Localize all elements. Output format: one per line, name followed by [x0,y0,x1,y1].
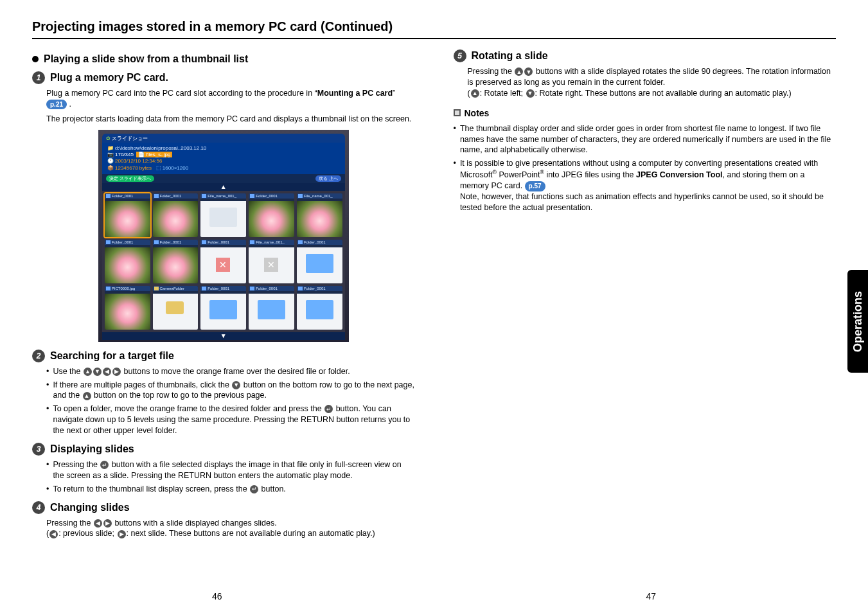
step2-bullet1: Use the ▲▼◀▶ buttons to move the orange … [46,366,415,377]
ss-left-pill: 決定 スライド表示へ [106,175,154,182]
thumb: File_name_001_ [200,193,246,237]
step1-heading: 1 Plug a memory PC card. [32,71,415,84]
page-number-right: 47 [434,591,869,601]
note1: The thumbnail display order and slide or… [454,123,837,156]
bullet-dot-icon [32,56,39,62]
notes-title: Notes [465,108,490,118]
step1-body1: Plug a memory PC card into the PC card s… [46,88,415,110]
step4-heading: 4 Changing slides [32,501,415,514]
up-icon: ▲ [84,368,92,376]
ss-bar: 決定 スライド表示へ 戻る 上へ [102,174,345,183]
thumb: File_name_001_✕ [249,240,294,283]
right-column: 5 Rotating a slide Pressing the ▲▼ butto… [454,49,837,543]
ss-info-panel: 📁 d:\Ideshow\dealon\proposal..2003.12.10… [102,143,345,175]
right-icon: ▶ [118,530,126,538]
page-title: Projecting images stored in a memory PC … [32,19,836,39]
thumb: Folder_0001 [249,193,294,237]
thumb: Folder_0001 [249,286,294,330]
step2-bullet3: To open a folder, move the orange frame … [46,404,415,436]
left-icon: ◀ [49,530,58,538]
enter-icon: ↵ [250,485,258,493]
thumbnail-screenshot: ✿ スライドショー 📁 d:\Ideshow\dealon\proposal..… [98,130,349,342]
notes-heading: Notes [454,108,837,118]
page-ref-p57[interactable]: p.57 [525,181,545,191]
step3-title: Displaying slides [50,443,134,455]
thumb: Folder_0001 [297,240,342,283]
section-heading-playing: Playing a slide show from a thumbnail li… [32,53,415,65]
ss-window-title: ✿ スライドショー [102,134,345,143]
page-numbers: 46 47 [0,591,868,601]
step4-body: Pressing the ◀▶ buttons with a slide dis… [46,518,415,540]
step2-number-icon: 2 [32,350,45,362]
step1-title: Plug a memory PC card. [50,72,168,84]
thumb: CameraFolder [153,286,199,330]
thumb: PICT0000.jpg [105,286,150,330]
step3-number-icon: 3 [32,443,45,456]
page-ref-p21[interactable]: p.21 [46,100,67,110]
thumb: Folder_0001 [200,286,246,330]
step3-bullet2: To return to the thumbnail list display … [46,484,415,495]
down-icon: ▼ [93,368,102,376]
up-icon: ▲ [83,392,91,400]
left-icon: ◀ [103,368,111,376]
right-icon: ▶ [103,519,112,528]
step1-body2: The projector starts loading data from t… [46,114,415,125]
thumb-selected: Folder_0001 [105,193,150,237]
notes-square-icon [454,109,461,116]
side-tab-operations: Operations [847,270,868,373]
step5-number-icon: 5 [454,49,466,62]
ss-right-pill: 戻る 上へ [315,175,341,182]
section-heading-text: Playing a slide show from a thumbnail li… [44,53,248,65]
right-icon: ▶ [112,368,121,376]
thumb: File_name_001_ [297,193,342,237]
left-column: Playing a slide show from a thumbnail li… [32,49,415,543]
ss-thumbnail-grid: Folder_0001 Folder_0001 File_name_001_ F… [102,191,345,332]
up-icon: ▲ [471,89,479,98]
step5-title: Rotating a slide [472,50,548,62]
ss-up-arrow: ▲ [102,183,345,191]
thumb: Folder_0001 [153,193,199,237]
ss-down-arrow: ▼ [102,332,345,340]
step2-bullet2: If there are multiple pages of thumbnail… [46,380,415,402]
thumb: Folder_0001 [297,286,342,330]
step4-title: Changing slides [50,502,130,513]
step1-number-icon: 1 [32,71,45,84]
up-icon: ▲ [515,67,523,76]
step5-heading: 5 Rotating a slide [454,49,837,62]
step2-heading: 2 Searching for a target file [32,350,415,362]
left-icon: ◀ [94,519,102,528]
thumb: Folder_0001 [105,240,150,283]
down-icon: ▼ [524,67,533,76]
enter-icon: ↵ [324,405,333,413]
step3-heading: 3 Displaying slides [32,443,415,456]
down-icon: ▼ [526,89,535,98]
note2: It is possible to give presentations wit… [454,158,837,213]
thumb: Folder_0001✕ [200,240,246,283]
enter-icon: ↵ [100,461,109,469]
step3-bullet1: Pressing the ↵ button with a file select… [46,459,415,481]
step5-body: Pressing the ▲▼ buttons with a slide dis… [468,66,837,99]
page-number-left: 46 [0,591,434,601]
down-icon: ▼ [232,381,240,389]
step2-title: Searching for a target file [50,350,174,362]
step4-number-icon: 4 [32,501,45,514]
thumb: Folder_0001 [153,240,199,283]
